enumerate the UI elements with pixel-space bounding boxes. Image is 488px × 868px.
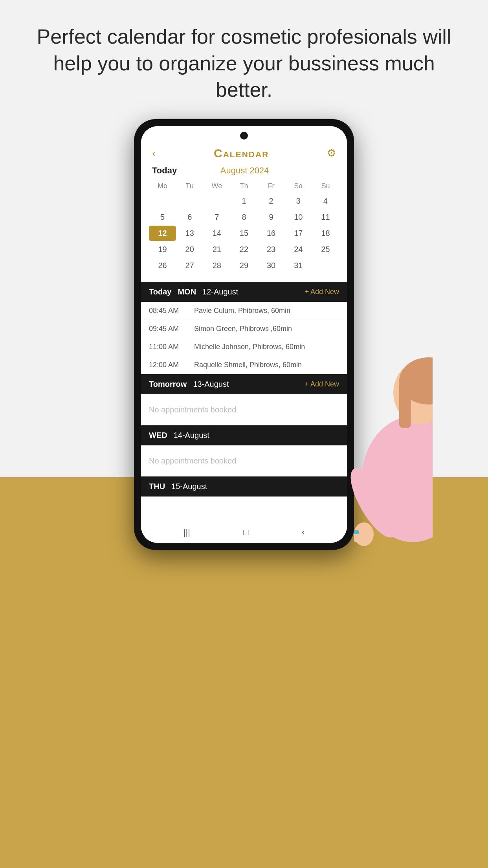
cal-day-5[interactable]: 5: [149, 210, 176, 225]
cal-week-4: 19 20 21 22 23 24 25: [149, 242, 339, 257]
cal-day-1[interactable]: 1: [230, 193, 257, 209]
sched-day-info-wed: WED 14-August: [149, 431, 209, 440]
cal-day-6[interactable]: 6: [176, 210, 203, 225]
sched-date-12aug: 12-August: [202, 287, 238, 296]
app-header: ‹ Calendar ⚙: [141, 143, 347, 164]
cal-day-4[interactable]: 4: [312, 193, 339, 209]
sched-dow-thu: THU: [149, 482, 165, 491]
day-header-sa: Sa: [285, 180, 312, 192]
sched-day-info-today: Today MON 12-August: [149, 287, 238, 296]
sched-today-label: Today: [149, 287, 171, 296]
cal-day-26[interactable]: 26: [149, 258, 176, 273]
cal-day-15[interactable]: 15: [230, 226, 257, 241]
sched-date-13aug: 13-August: [193, 380, 229, 389]
back-button[interactable]: ‹: [152, 147, 156, 160]
sched-dow-mon: MON: [178, 287, 196, 296]
sched-day-info-thu: THU 15-August: [149, 482, 207, 491]
cal-day-20[interactable]: 20: [176, 242, 203, 257]
phone-wrapper: ‹ Calendar ⚙ Today August 2024 Mo: [134, 119, 354, 550]
today-row: Today August 2024: [141, 164, 347, 177]
person-image: [236, 275, 433, 589]
cal-day-14[interactable]: 14: [203, 226, 230, 241]
cal-day-empty[interactable]: [149, 193, 176, 209]
cal-day-31[interactable]: 31: [285, 258, 312, 273]
today-label: Today: [152, 166, 177, 176]
cal-day-27[interactable]: 27: [176, 258, 203, 273]
cal-day-30[interactable]: 30: [258, 258, 285, 273]
day-header-we: We: [203, 180, 230, 192]
person-svg: [330, 314, 433, 589]
settings-icon[interactable]: ⚙: [327, 147, 336, 159]
day-headers: Mo Tu We Th Fr Sa Su: [149, 180, 339, 192]
cal-day-16[interactable]: 16: [258, 226, 285, 241]
cal-week-3: 12 13 14 15 16 17 18: [149, 226, 339, 241]
cal-day-19[interactable]: 19: [149, 242, 176, 257]
cal-day-7[interactable]: 7: [203, 210, 230, 225]
appt-time: 08:45 AM: [149, 307, 194, 315]
cal-day-8[interactable]: 8: [230, 210, 257, 225]
cal-day-29[interactable]: 29: [230, 258, 257, 273]
cal-day-25[interactable]: 25: [312, 242, 339, 257]
camera-dot: [240, 132, 248, 140]
cal-day-9[interactable]: 9: [258, 210, 285, 225]
day-header-th: Th: [230, 180, 257, 192]
appt-time: 09:45 AM: [149, 325, 194, 333]
sched-day-info-tomorrow: Tomorrow 13-August: [149, 380, 229, 389]
svg-rect-8: [354, 530, 359, 534]
cal-day-empty[interactable]: [176, 193, 203, 209]
cal-day-13[interactable]: 13: [176, 226, 203, 241]
cal-week-2: 5 6 7 8 9 10 11: [149, 210, 339, 225]
page-wrapper: Perfect calendar for cosmetic profesiona…: [0, 0, 488, 868]
sched-date-15aug: 15-August: [171, 482, 207, 491]
cal-day-3[interactable]: 3: [285, 193, 312, 209]
appt-time: 12:00 AM: [149, 361, 194, 369]
day-header-tu: Tu: [176, 180, 203, 192]
app-title: Calendar: [214, 147, 269, 160]
cal-day-2[interactable]: 2: [258, 193, 285, 209]
cal-day-23[interactable]: 23: [258, 242, 285, 257]
camera-notch: [141, 126, 347, 143]
cal-week-1: 1 2 3 4: [149, 193, 339, 209]
cal-day-21[interactable]: 21: [203, 242, 230, 257]
cal-day-24[interactable]: 24: [285, 242, 312, 257]
cal-day-22[interactable]: 22: [230, 242, 257, 257]
sched-tomorrow-label: Tomorrow: [149, 380, 187, 389]
month-label: August 2024: [220, 166, 269, 176]
day-header-su: Su: [312, 180, 339, 192]
day-header-fr: Fr: [258, 180, 285, 192]
calendar-grid: Mo Tu We Th Fr Sa Su: [141, 177, 347, 280]
svg-rect-3: [399, 381, 411, 428]
cal-day-10[interactable]: 10: [285, 210, 312, 225]
cal-day-28[interactable]: 28: [203, 258, 230, 273]
sched-date-14aug: 14-August: [174, 431, 209, 440]
cal-week-5: 26 27 28 29 30 31: [149, 258, 339, 273]
sched-dow-wed: WED: [149, 431, 167, 440]
tagline: Perfect calendar for cosmetic profesiona…: [0, 0, 488, 119]
cal-day-17[interactable]: 17: [285, 226, 312, 241]
cal-day-12-today[interactable]: 12: [149, 226, 176, 241]
day-header-mo: Mo: [149, 180, 176, 192]
cal-day-empty[interactable]: [312, 258, 339, 273]
cal-day-18[interactable]: 18: [312, 226, 339, 241]
cal-day-empty[interactable]: [203, 193, 230, 209]
menu-button[interactable]: |||: [183, 527, 190, 537]
appt-time: 11:00 AM: [149, 343, 194, 351]
cal-day-11[interactable]: 11: [312, 210, 339, 225]
